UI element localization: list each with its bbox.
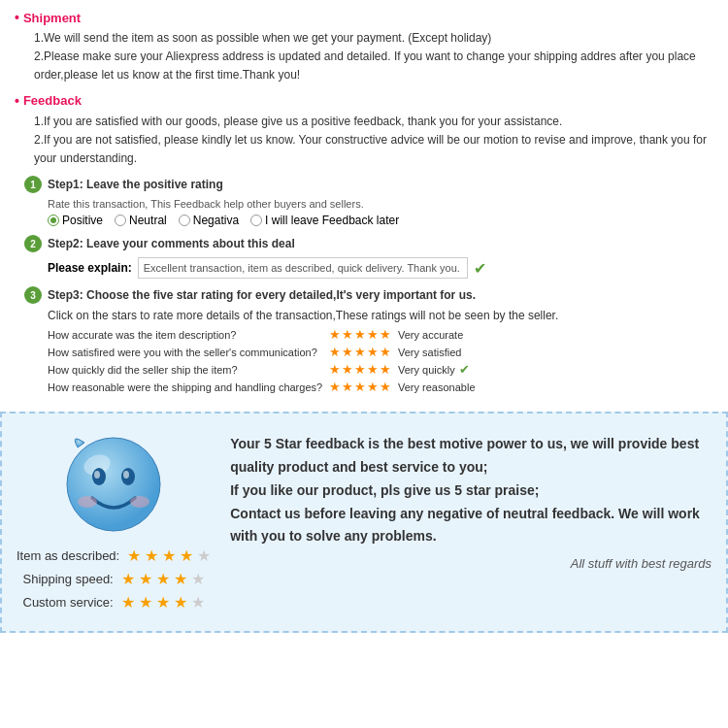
shipment-item-1: 1.We will send the item as soon as possi…: [34, 29, 713, 48]
feedback-items: 1.If you are satisfied with our goods, p…: [34, 113, 713, 169]
ship-star-1: ★: [121, 570, 135, 588]
star-2: ★: [145, 546, 158, 565]
radio-group: Positive Neutral Negativa I will leave F…: [48, 214, 713, 227]
step2-content: Please explain: ✔: [48, 257, 713, 279]
bottom-section: Item as described: ★ ★ ★ ★ ★ Shipping sp…: [0, 412, 728, 633]
stars-2[interactable]: ★★★★★: [329, 345, 392, 359]
step3-title: Step3: Choose the five star rating for e…: [48, 288, 476, 302]
shipping-speed: Shipping speed: ★ ★ ★ ★ ★: [22, 570, 204, 588]
ship-star-2: ★: [139, 570, 152, 588]
radio-leave-later-label: I will leave Feedback later: [265, 214, 399, 227]
radio-positive-circle: [48, 215, 59, 226]
shipment-title: • Shipment: [15, 10, 713, 25]
bottom-line-3: Contact us before leaving any negative o…: [230, 506, 700, 545]
explain-input[interactable]: [138, 257, 468, 279]
step3-block: 3 Step3: Choose the five star rating for…: [24, 286, 713, 394]
svg-point-6: [78, 496, 97, 508]
step3-circle: 3: [24, 286, 42, 304]
step1-subtitle: Rate this transaction, This Feedback hel…: [48, 198, 713, 210]
cust-star-1: ★: [121, 593, 135, 612]
radio-leave-later[interactable]: I will leave Feedback later: [250, 214, 399, 227]
radio-negativa-circle: [179, 215, 190, 226]
radio-neutral[interactable]: Neutral: [115, 214, 167, 227]
item-as-described-label: Item as described:: [17, 548, 119, 563]
star-4: ★: [180, 546, 193, 565]
bullet-shipment: •: [15, 10, 19, 25]
table-row: How reasonable were the shipping and han…: [48, 380, 713, 394]
shipment-items: 1.We will send the item as soon as possi…: [34, 29, 713, 85]
table-row: How quickly did the seller ship the item…: [48, 362, 713, 377]
ship-star-5-outline: ★: [191, 570, 205, 588]
bottom-text: Your 5 Star feedback is the best motive …: [230, 433, 711, 548]
shipment-item-2: 2.Please make sure your Aliexpress addre…: [34, 48, 713, 84]
step3-header: 3 Step3: Choose the five star rating for…: [24, 286, 713, 304]
step2-header: 2 Step2: Leave your comments about this …: [24, 235, 713, 252]
item-as-described: Item as described: ★ ★ ★ ★ ★: [17, 546, 211, 565]
rating-question-3: How quickly did the seller ship the item…: [48, 364, 329, 376]
cust-star-4: ★: [174, 593, 187, 612]
radio-positive[interactable]: Positive: [48, 214, 103, 227]
radio-negativa-label: Negativa: [193, 214, 239, 227]
step2-title: Step2: Leave your comments about this de…: [48, 237, 295, 250]
step1-block: 1 Step1: Leave the positive rating Rate …: [24, 176, 713, 227]
star-5-outline: ★: [197, 546, 211, 565]
explain-check-icon: ✔: [474, 259, 486, 278]
step1-circle: 1: [24, 176, 42, 193]
cust-star-3: ★: [156, 593, 170, 612]
step1-header: 1 Step1: Leave the positive rating: [24, 176, 713, 193]
step3-content: Click on the stars to rate more details …: [48, 309, 713, 394]
cust-star-2: ★: [139, 593, 152, 612]
step1-content: Rate this transaction, This Feedback hel…: [48, 198, 713, 227]
svg-point-5: [123, 471, 129, 479]
step2-circle: 2: [24, 235, 42, 252]
feedback-item-2: 2.If you are not satisfied, please kindl…: [34, 131, 713, 168]
rating-label-2: Very satisfied: [398, 347, 461, 358]
stars-4[interactable]: ★★★★★: [329, 380, 392, 394]
ship-star-3: ★: [156, 570, 170, 588]
ship-star-4: ★: [174, 570, 187, 588]
svg-point-7: [130, 496, 149, 508]
custom-service-label: Custom service:: [23, 595, 114, 610]
rating-label-3: Very quickly: [398, 364, 455, 376]
table-row: How satisfired were you with the seller'…: [48, 345, 713, 359]
custom-service: Custom service: ★ ★ ★ ★ ★: [23, 593, 205, 612]
radio-positive-label: Positive: [62, 214, 103, 227]
explain-row: Please explain: ✔: [48, 257, 713, 279]
rating-question-1: How accurate was the item description?: [48, 329, 329, 341]
stars-1[interactable]: ★★★★★: [329, 327, 392, 342]
bottom-line-1: Your 5 Star feedback is the best motive …: [230, 436, 699, 475]
star-1: ★: [127, 546, 141, 565]
cust-star-5-outline: ★: [191, 593, 205, 612]
table-row: How accurate was the item description? ★…: [48, 327, 713, 342]
bottom-line-2: If you like our product, pls give us 5 s…: [230, 482, 539, 498]
rating-question-4: How reasonable were the shipping and han…: [48, 381, 329, 393]
radio-neutral-circle: [115, 215, 126, 226]
regards-line: All stuff with best regards: [230, 556, 711, 571]
rating-label-1: Very accurate: [398, 329, 463, 341]
rating-table: How accurate was the item description? ★…: [48, 327, 713, 394]
right-panel: Your 5 Star feedback is the best motive …: [230, 428, 711, 571]
explain-label: Please explain:: [48, 261, 132, 275]
svg-point-4: [94, 471, 100, 479]
left-panel: Item as described: ★ ★ ★ ★ ★ Shipping sp…: [17, 428, 211, 616]
smiley-icon: [60, 428, 167, 535]
step2-block: 2 Step2: Leave your comments about this …: [24, 235, 713, 279]
feedback-title: • Feedback: [15, 93, 713, 109]
step3-subtitle: Click on the stars to rate more details …: [48, 309, 713, 322]
shipping-speed-label: Shipping speed:: [22, 572, 113, 586]
bullet-feedback: •: [15, 93, 19, 109]
stars-3[interactable]: ★★★★★: [329, 362, 392, 377]
radio-negativa[interactable]: Negativa: [179, 214, 239, 227]
rating-question-2: How satisfired were you with the seller'…: [48, 347, 329, 358]
check-icon-row3: ✔: [459, 362, 470, 377]
svg-point-0: [67, 438, 160, 531]
step1-title: Step1: Leave the positive rating: [48, 178, 223, 191]
rating-label-4: Very reasonable: [398, 381, 476, 393]
radio-neutral-label: Neutral: [129, 214, 167, 227]
feedback-item-1: 1.If you are satisfied with our goods, p…: [34, 113, 713, 131]
star-3: ★: [162, 546, 176, 565]
radio-leave-later-circle: [250, 215, 262, 226]
